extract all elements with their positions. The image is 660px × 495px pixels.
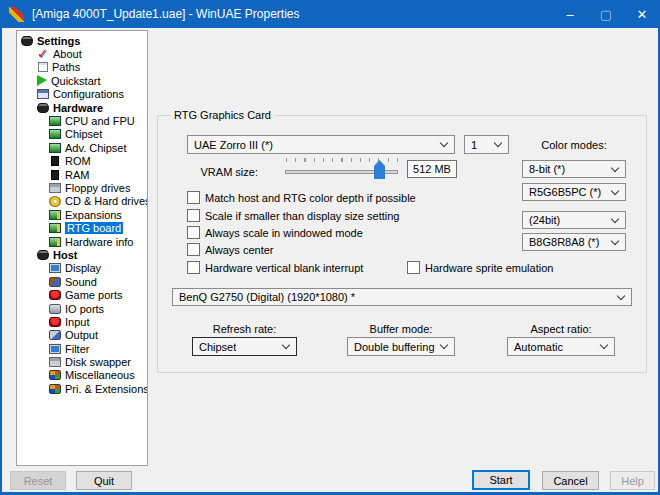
sidebar-item-input[interactable]: Input	[17, 315, 147, 328]
chip-green-icon	[49, 129, 61, 139]
floppy-icon	[49, 357, 61, 367]
checkbox-box[interactable]	[187, 261, 200, 274]
cancel-button[interactable]: Cancel	[542, 471, 599, 490]
sidebar-item-hardware-info[interactable]: Hardware info	[17, 235, 147, 248]
sidebar-item-adv-chipset[interactable]: Adv. Chipset	[17, 141, 147, 154]
chevron-down-icon	[611, 214, 619, 222]
puzzle-icon	[49, 370, 61, 380]
color-modes-label: Color modes:	[522, 139, 626, 151]
speaker-icon	[49, 277, 61, 287]
sidebar-item-paths[interactable]: Paths	[17, 61, 147, 74]
sidebar-item-rtg-board[interactable]: RTG board	[17, 221, 147, 234]
drum-icon	[21, 36, 33, 46]
joystick-icon	[49, 317, 61, 327]
window-title: [Amiga 4000T_Update1.uae] - WinUAE Prope…	[32, 7, 299, 21]
help-button: Help	[610, 471, 655, 490]
rtg-card-combo[interactable]: UAE Zorro III (*)	[187, 135, 455, 154]
checkmark-icon	[37, 49, 49, 59]
chevron-down-icon	[600, 341, 608, 349]
chevron-down-icon	[617, 291, 625, 299]
checkbox-always-scale-windowed[interactable]: Always scale in windowed mode	[187, 226, 363, 239]
rtg-card-count-combo[interactable]: 1	[464, 135, 509, 154]
puzzle-icon	[49, 384, 61, 394]
sidebar-item-expansions[interactable]: Expansions	[17, 208, 147, 221]
sidebar-item-rom[interactable]: ROM	[17, 155, 147, 168]
chevron-down-icon	[440, 341, 448, 349]
sidebar-item-ram[interactable]: RAM	[17, 168, 147, 181]
sidebar-item-about[interactable]: About	[17, 47, 147, 60]
drum-icon	[37, 250, 49, 260]
aspect-ratio-combo[interactable]: Automatic	[507, 337, 615, 356]
sidebar-item-output[interactable]: Output	[17, 329, 147, 342]
vram-value-box: 512 MB	[407, 160, 457, 178]
monitor-combo[interactable]: BenQ G2750 (Digital) (1920*1080) *	[172, 288, 632, 306]
quit-button[interactable]: Quit	[76, 471, 132, 490]
reset-button: Reset	[10, 471, 66, 490]
chevron-down-icon	[611, 236, 619, 244]
io-port-icon	[49, 304, 61, 314]
sidebar-item-io-ports[interactable]: IO ports	[17, 302, 147, 315]
checkbox-hw-sprite-emulation[interactable]: Hardware sprite emulation	[407, 261, 553, 274]
color-mode-16bit-format-combo[interactable]: R5G6B5PC (*)	[522, 183, 626, 201]
sidebar-item-filter[interactable]: Filter	[17, 342, 147, 355]
aspect-ratio-label: Aspect ratio:	[507, 323, 615, 335]
refresh-rate-combo[interactable]: Chipset	[192, 337, 297, 356]
board-icon	[49, 210, 61, 220]
chevron-down-icon	[282, 341, 290, 349]
start-button[interactable]: Start	[472, 470, 530, 490]
color-mode-24bit-combo[interactable]: (24bit)	[522, 211, 626, 229]
sidebar-item-game-ports[interactable]: Game ports	[17, 288, 147, 301]
sidebar-item-pri-extensions[interactable]: Pri. & Extensions	[17, 382, 147, 395]
settings-tree: Settings About Paths Quickstart Configur…	[16, 30, 148, 466]
sidebar-item-host[interactable]: Host	[17, 248, 147, 261]
chip-green-icon	[49, 143, 61, 153]
chevron-down-icon	[611, 186, 619, 194]
monitor-icon	[49, 263, 61, 273]
refresh-rate-label: Refresh rate:	[192, 323, 297, 335]
board-icon	[49, 237, 61, 247]
sidebar-item-hardware[interactable]: Hardware	[17, 101, 147, 114]
sidebar-item-disk-swapper[interactable]: Disk swapper	[17, 355, 147, 368]
vram-size-label: VRAM size:	[198, 166, 258, 178]
checkbox-box[interactable]	[187, 209, 200, 222]
sidebar-item-configurations[interactable]: Configurations	[17, 88, 147, 101]
checkbox-box[interactable]	[187, 243, 200, 256]
minimize-button[interactable]: –	[552, 0, 588, 28]
checkbox-box[interactable]	[407, 261, 420, 274]
vram-slider-ticks	[286, 158, 398, 162]
board-icon	[49, 223, 61, 233]
chevron-down-icon	[494, 139, 502, 147]
monitor-icon	[49, 344, 61, 354]
drum-icon	[37, 103, 49, 113]
checkbox-box[interactable]	[187, 226, 200, 239]
checkbox-always-center[interactable]: Always center	[187, 243, 273, 256]
color-mode-32bit-format-combo[interactable]: B8G8R8A8 (*)	[522, 233, 626, 251]
chevron-down-icon	[611, 163, 619, 171]
output-icon	[49, 330, 61, 340]
chip-black-icon	[51, 170, 59, 180]
close-button[interactable]: ✕	[624, 0, 660, 28]
buffer-mode-label: Buffer mode:	[347, 323, 455, 335]
document-icon	[38, 62, 48, 72]
sidebar-item-cpu-and-fpu[interactable]: CPU and FPU	[17, 114, 147, 127]
window-icon	[37, 89, 49, 99]
sidebar-item-chipset[interactable]: Chipset	[17, 128, 147, 141]
checkbox-match-color-depth[interactable]: Match host and RTG color depth if possib…	[187, 191, 416, 204]
play-icon	[37, 75, 47, 86]
titlebar: [Amiga 4000T_Update1.uae] - WinUAE Prope…	[0, 0, 660, 28]
sidebar-item-floppy-drives[interactable]: Floppy drives	[17, 181, 147, 194]
sidebar-item-quickstart[interactable]: Quickstart	[17, 74, 147, 87]
buffer-mode-combo[interactable]: Double buffering	[347, 337, 455, 356]
chip-green-icon	[49, 116, 61, 126]
sidebar-item-cd-hard-drives[interactable]: CD & Hard drives	[17, 195, 147, 208]
checkbox-box[interactable]	[187, 191, 200, 204]
winuae-properties-window: [Amiga 4000T_Update1.uae] - WinUAE Prope…	[0, 0, 660, 495]
sidebar-item-sound[interactable]: Sound	[17, 275, 147, 288]
group-title: RTG Graphics Card	[170, 109, 275, 121]
checkbox-scale-if-smaller[interactable]: Scale if smaller than display size setti…	[187, 209, 399, 222]
color-mode-depth-combo[interactable]: 8-bit (*)	[522, 160, 626, 178]
sidebar-item-display[interactable]: Display	[17, 262, 147, 275]
sidebar-item-miscellaneous[interactable]: Miscellaneous	[17, 369, 147, 382]
maximize-button: ▢	[588, 0, 624, 28]
checkbox-hw-vertical-blank[interactable]: Hardware vertical blank interrupt	[187, 261, 363, 274]
